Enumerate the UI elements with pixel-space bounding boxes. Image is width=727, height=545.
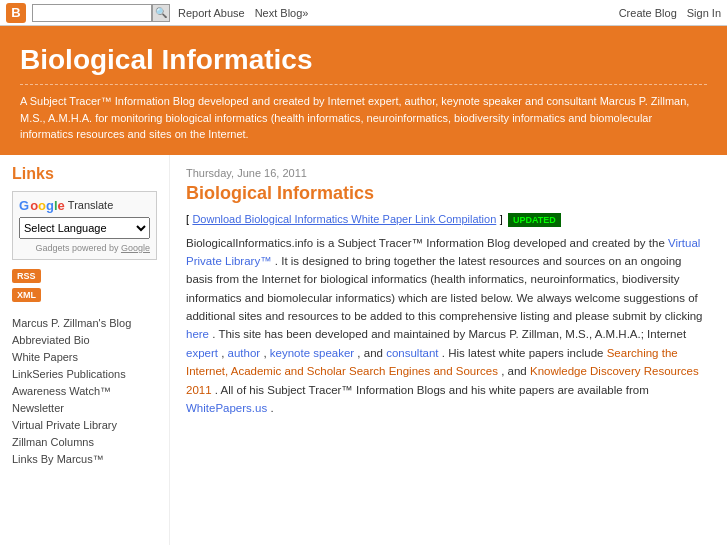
rss-badge[interactable]: RSS <box>12 269 41 283</box>
body-text-11: . <box>270 402 273 414</box>
sidebar-link-newsletter[interactable]: Newsletter <box>12 402 64 414</box>
updated-badge: UPDATED <box>508 213 561 227</box>
list-item: LinkSeries Publications <box>12 367 157 381</box>
author-link[interactable]: author <box>228 347 261 359</box>
post-title: Biological Informatics <box>186 183 711 204</box>
search-button[interactable]: 🔍 <box>152 4 170 22</box>
main-content: Thursday, June 16, 2011 Biological Infor… <box>170 155 727 546</box>
sidebar-link-columns[interactable]: Zillman Columns <box>12 436 94 448</box>
expert-link[interactable]: expert <box>186 347 218 359</box>
download-link[interactable]: Download Biological Informatics White Pa… <box>192 213 496 225</box>
sidebar-link-awareness[interactable]: Awareness Watch™ <box>12 385 111 397</box>
consultant-link[interactable]: consultant <box>386 347 438 359</box>
google-translate-widget: G o o g l e Translate Select Language En… <box>12 191 157 260</box>
sidebar-link-blog[interactable]: Marcus P. Zillman's Blog <box>12 317 131 329</box>
body-text-7: . His latest white papers include <box>442 347 607 359</box>
search-input[interactable] <box>32 4 152 22</box>
language-select[interactable]: Select Language English Spanish French G… <box>19 217 150 239</box>
body-text-6: , and <box>357 347 386 359</box>
list-item: Marcus P. Zillman's Blog <box>12 316 157 330</box>
next-blog-link[interactable]: Next Blog» <box>255 7 309 19</box>
site-title: Biological Informatics <box>20 44 707 76</box>
sidebar-link-vpl[interactable]: Virtual Private Library <box>12 419 117 431</box>
report-abuse-link[interactable]: Report Abuse <box>178 7 245 19</box>
blogger-logo: B <box>6 3 26 23</box>
post-body: BiologicalInformatics.info is a Subject … <box>186 234 711 418</box>
create-blog-link[interactable]: Create Blog <box>619 7 677 19</box>
sidebar: Links G o o g l e Translate Select Langu… <box>0 155 170 546</box>
list-item: Links By Marcus™ <box>12 452 157 466</box>
sidebar-link-whitepapers[interactable]: White Papers <box>12 351 78 363</box>
download-line: [ Download Biological Informatics White … <box>186 212 711 226</box>
body-text-3: . This site has been developed and maint… <box>212 328 686 340</box>
sidebar-link-links[interactable]: Links By Marcus™ <box>12 453 104 465</box>
gadgets-text: Gadgets powered by <box>35 243 118 253</box>
google-e: e <box>58 198 65 213</box>
sidebar-nav-list: Marcus P. Zillman's Blog Abbreviated Bio… <box>12 316 157 466</box>
xml-badge[interactable]: XML <box>12 288 41 302</box>
academic-link[interactable]: Academic and Scholar Search Engines and … <box>231 365 498 377</box>
gadgets-line: Gadgets powered by Google <box>19 243 150 253</box>
list-item: Awareness Watch™ <box>12 384 157 398</box>
google-o1: o <box>30 198 38 213</box>
list-item: Zillman Columns <box>12 435 157 449</box>
translate-text: Translate <box>68 199 113 211</box>
links-heading: Links <box>12 165 157 183</box>
sign-in-link[interactable]: Sign In <box>687 7 721 19</box>
body-text-10: . All of his Subject Tracer™ Information… <box>215 384 649 396</box>
topbar-right: Create Blog Sign In <box>619 7 721 19</box>
google-g: G <box>19 198 29 213</box>
gadgets-google-link[interactable]: Google <box>121 243 150 253</box>
list-item: Newsletter <box>12 401 157 415</box>
body-text-9: , and <box>501 365 530 377</box>
google-translate-label: G o o g l e Translate <box>19 198 150 213</box>
body-text-1: BiologicalInformatics.info is a Subject … <box>186 237 668 249</box>
topbar-nav: Report Abuse Next Blog» <box>178 7 619 19</box>
whitepapers-link[interactable]: WhitePapers.us <box>186 402 267 414</box>
list-item: Abbreviated Bio <box>12 333 157 347</box>
keynote-link[interactable]: keynote speaker <box>270 347 354 359</box>
google-g2: g <box>46 198 54 213</box>
sidebar-link-bio[interactable]: Abbreviated Bio <box>12 334 90 346</box>
site-header: Biological Informatics A Subject Tracer™… <box>0 26 727 155</box>
google-o2: o <box>38 198 46 213</box>
site-subtitle: A Subject Tracer™ Information Blog devel… <box>20 84 707 143</box>
topbar: B 🔍 Report Abuse Next Blog» Create Blog … <box>0 0 727 26</box>
list-item: White Papers <box>12 350 157 364</box>
here-link[interactable]: here <box>186 328 209 340</box>
sidebar-link-linkseries[interactable]: LinkSeries Publications <box>12 368 126 380</box>
post-date: Thursday, June 16, 2011 <box>186 167 711 179</box>
list-item: Virtual Private Library <box>12 418 157 432</box>
main-layout: Links G o o g l e Translate Select Langu… <box>0 155 727 546</box>
